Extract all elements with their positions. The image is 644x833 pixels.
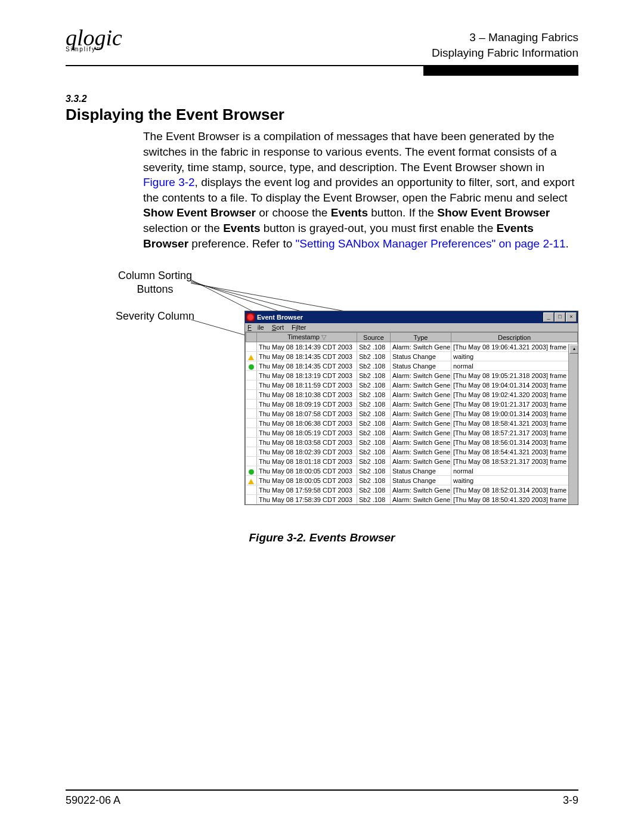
timestamp-cell: Thu May 08 18:01:18 CDT 2003: [257, 457, 357, 466]
table-row[interactable]: Thu May 08 18:09:19 CDT 2003Sb2 .108Alar…: [246, 400, 578, 409]
col-header-description[interactable]: Description: [451, 333, 578, 342]
table-row[interactable]: Thu May 08 18:13:19 CDT 2003Sb2 .108Alar…: [246, 371, 578, 380]
severity-cell: [246, 419, 257, 428]
description-cell: [Thu May 08 18:52:01.314 2003] frame r..…: [451, 485, 578, 495]
description-cell: [Thu May 08 19:01:21.317 2003] frame r..…: [451, 400, 578, 409]
timestamp-cell: Thu May 08 18:00:05 CDT 2003: [257, 476, 357, 485]
type-cell: Status Change: [391, 352, 451, 361]
table-row[interactable]: Thu May 08 18:14:39 CDT 2003Sb2 .108Alar…: [246, 342, 578, 352]
source-cell: Sb2 .108: [357, 466, 391, 476]
severity-normal-icon: [249, 364, 254, 370]
vertical-scrollbar[interactable]: ▴: [568, 344, 578, 504]
type-cell: Alarm: Switch Gene...: [391, 457, 451, 466]
type-cell: Status Change: [391, 361, 451, 371]
body-paragraph: The Event Browser is a compilation of me…: [143, 129, 578, 251]
source-cell: Sb2 .108: [357, 390, 391, 400]
menu-file[interactable]: File: [247, 324, 264, 331]
description-cell: [Thu May 08 18:58:41.321 2003] frame r..…: [451, 419, 578, 428]
table-row[interactable]: Thu May 08 18:06:38 CDT 2003Sb2 .108Alar…: [246, 419, 578, 428]
source-cell: Sb2 .108: [357, 361, 391, 371]
type-cell: Alarm: Switch Gene...: [391, 447, 451, 457]
table-row[interactable]: Thu May 08 17:59:58 CDT 2003Sb2 .108Alar…: [246, 485, 578, 495]
scroll-up-button[interactable]: ▴: [569, 345, 578, 354]
type-cell: Alarm: Switch Gene...: [391, 409, 451, 419]
description-cell: [Thu May 08 18:57:21.317 2003] frame r..…: [451, 428, 578, 438]
table-row[interactable]: Thu May 08 18:14:35 CDT 2003Sb2 .108Stat…: [246, 361, 578, 371]
timestamp-cell: Thu May 08 18:03:58 CDT 2003: [257, 438, 357, 447]
section-number: 3.3.2: [66, 94, 578, 104]
severity-cell: [246, 447, 257, 457]
source-cell: Sb2 .108: [357, 457, 391, 466]
description-cell: waiting: [451, 352, 578, 361]
source-cell: Sb2 .108: [357, 419, 391, 428]
table-row[interactable]: Thu May 08 18:10:38 CDT 2003Sb2 .108Alar…: [246, 390, 578, 400]
type-cell: Status Change: [391, 466, 451, 476]
timestamp-cell: Thu May 08 18:14:35 CDT 2003: [257, 361, 357, 371]
event-table: Timestamp ▽ Source Type Description Thu …: [246, 332, 578, 504]
logo: qlogic Simplify™: [66, 30, 122, 52]
description-cell: [Thu May 08 19:06:41.321 2003] frame r..…: [451, 342, 578, 352]
table-row[interactable]: Thu May 08 18:11:59 CDT 2003Sb2 .108Alar…: [246, 380, 578, 390]
minimize-button[interactable]: _: [543, 312, 554, 322]
figure-ref-link[interactable]: Figure 3-2: [143, 176, 195, 188]
section-title: Displaying the Event Browser: [66, 106, 578, 124]
menu-sort[interactable]: Sort: [272, 324, 284, 331]
timestamp-cell: Thu May 08 18:02:39 CDT 2003: [257, 447, 357, 457]
maximize-button[interactable]: □: [555, 312, 565, 322]
table-row[interactable]: Thu May 08 18:05:19 CDT 2003Sb2 .108Alar…: [246, 428, 578, 438]
timestamp-cell: Thu May 08 18:14:35 CDT 2003: [257, 352, 357, 361]
severity-cell: [246, 476, 257, 485]
table-row[interactable]: Thu May 08 18:00:05 CDT 2003Sb2 .108Stat…: [246, 476, 578, 485]
timestamp-cell: Thu May 08 17:58:39 CDT 2003: [257, 495, 357, 504]
table-row[interactable]: Thu May 08 18:03:58 CDT 2003Sb2 .108Alar…: [246, 438, 578, 447]
xref-link[interactable]: "Setting SANbox Manager Preferences" on …: [296, 237, 566, 250]
description-cell: [Thu May 08 19:05:21.318 2003] frame r..…: [451, 371, 578, 380]
severity-cell: [246, 495, 257, 504]
timestamp-cell: Thu May 08 18:14:39 CDT 2003: [257, 342, 357, 352]
table-row[interactable]: Thu May 08 18:02:39 CDT 2003Sb2 .108Alar…: [246, 447, 578, 457]
timestamp-cell: Thu May 08 18:05:19 CDT 2003: [257, 428, 357, 438]
severity-cell: [246, 371, 257, 380]
table-row[interactable]: Thu May 08 18:07:58 CDT 2003Sb2 .108Alar…: [246, 409, 578, 419]
severity-cell: [246, 428, 257, 438]
description-cell: normal: [451, 466, 578, 476]
severity-normal-icon: [249, 469, 254, 475]
description-cell: [Thu May 08 19:02:41.320 2003] frame r..…: [451, 390, 578, 400]
col-header-severity[interactable]: [246, 333, 257, 342]
page-footer: 59022-06 A 3-9: [66, 789, 578, 807]
severity-cell: [246, 380, 257, 390]
source-cell: Sb2 .108: [357, 428, 391, 438]
severity-cell: [246, 466, 257, 476]
sort-indicator-icon: ▽: [321, 333, 326, 340]
window-title: Event Browser: [257, 314, 303, 321]
severity-warning-icon: [248, 355, 254, 360]
source-cell: Sb2 .108: [357, 409, 391, 419]
type-cell: Alarm: Switch Gene...: [391, 428, 451, 438]
chapter-title: 3 – Managing Fabrics: [432, 30, 578, 45]
close-button[interactable]: ×: [566, 312, 577, 322]
table-row[interactable]: Thu May 08 18:00:05 CDT 2003Sb2 .108Stat…: [246, 466, 578, 476]
section-path: Displaying Fabric Information: [432, 45, 578, 61]
timestamp-cell: Thu May 08 17:59:58 CDT 2003: [257, 485, 357, 495]
source-cell: Sb2 .108: [357, 495, 391, 504]
col-header-source[interactable]: Source: [357, 333, 391, 342]
table-row[interactable]: Thu May 08 18:01:18 CDT 2003Sb2 .108Alar…: [246, 457, 578, 466]
logo-text: qlogic: [66, 30, 122, 46]
timestamp-cell: Thu May 08 18:07:58 CDT 2003: [257, 409, 357, 419]
type-cell: Alarm: Switch Gene...: [391, 419, 451, 428]
col-header-type[interactable]: Type: [391, 333, 451, 342]
type-cell: Alarm: Switch Gene...: [391, 438, 451, 447]
col-header-timestamp[interactable]: Timestamp ▽: [257, 333, 357, 342]
menu-filter[interactable]: Filter: [292, 324, 306, 331]
callout-sorting-buttons: Column Sorting Buttons: [107, 269, 203, 296]
timestamp-cell: Thu May 08 18:09:19 CDT 2003: [257, 400, 357, 409]
figure-3-2: Column Sorting Buttons Severity Column E…: [66, 269, 578, 519]
source-cell: Sb2 .108: [357, 447, 391, 457]
table-row[interactable]: Thu May 08 17:58:39 CDT 2003Sb2 .108Alar…: [246, 495, 578, 504]
table-row[interactable]: Thu May 08 18:14:35 CDT 2003Sb2 .108Stat…: [246, 352, 578, 361]
window-titlebar[interactable]: Event Browser _ □ ×: [245, 311, 578, 323]
page-number: 3-9: [563, 794, 578, 807]
source-cell: Sb2 .108: [357, 438, 391, 447]
type-cell: Alarm: Switch Gene...: [391, 371, 451, 380]
page-header: qlogic Simplify™ 3 – Managing Fabrics Di…: [66, 30, 578, 60]
